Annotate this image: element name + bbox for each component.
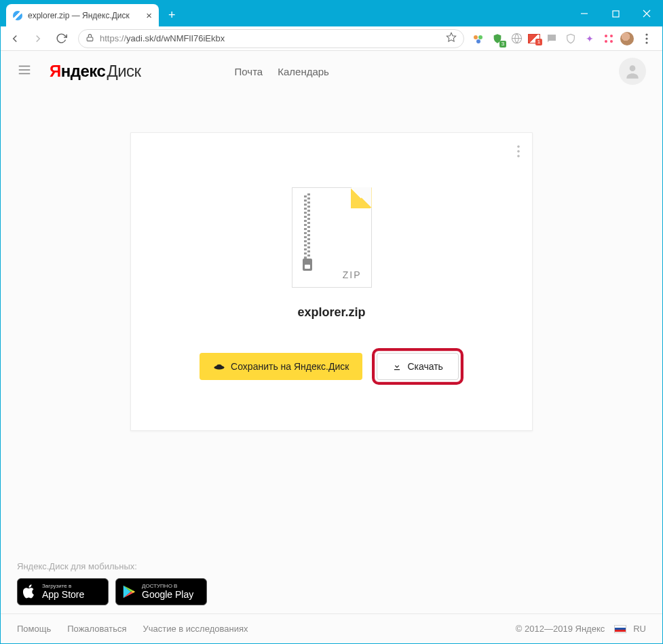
header-link-mail[interactable]: Почта xyxy=(235,66,263,77)
file-zip-icon: ZIP xyxy=(292,187,372,288)
nav-forward-button[interactable] xyxy=(28,29,48,49)
window-close-button[interactable] xyxy=(631,1,662,26)
apple-icon xyxy=(23,584,37,600)
yandex-disk-logo[interactable]: ЯндексДиск xyxy=(50,62,141,81)
svg-rect-1 xyxy=(613,11,619,17)
browser-tab[interactable]: explorer.zip — Яндекс.Диск × xyxy=(6,4,159,26)
url-text: https://yadi.sk/d/wNMFlI76iEkbx xyxy=(100,33,225,43)
profile-avatar-icon[interactable] xyxy=(620,32,634,45)
svg-point-6 xyxy=(474,35,478,39)
svg-point-20 xyxy=(630,65,636,71)
extension-gmail-icon[interactable] xyxy=(528,34,540,43)
card-menu-button[interactable] xyxy=(517,145,520,160)
footer-language-switch[interactable]: RU xyxy=(614,624,646,634)
appstore-small: Загрузите в xyxy=(42,584,84,589)
svg-point-11 xyxy=(610,35,613,37)
svg-point-21 xyxy=(517,145,520,148)
extension-shield2-icon[interactable] xyxy=(563,31,578,46)
ufo-icon xyxy=(213,362,225,371)
mobile-apps-block: Яндекс.Диск для мобильных: Загрузите в A… xyxy=(1,561,662,613)
nav-back-button[interactable] xyxy=(5,29,25,49)
googleplay-badge[interactable]: ДОСТУПНО В Google Play xyxy=(115,578,207,605)
file-card: ZIP explorer.zip Сохранить на Яндекс.Дис… xyxy=(130,132,533,431)
svg-point-25 xyxy=(216,364,222,368)
extension-chat-icon[interactable] xyxy=(544,31,559,46)
svg-point-10 xyxy=(605,35,607,37)
svg-rect-4 xyxy=(87,37,93,40)
gplay-big: Google Play xyxy=(142,589,193,601)
address-bar: https://yadi.sk/d/wNMFlI76iEkbx ✦ xyxy=(1,26,662,51)
svg-point-16 xyxy=(645,41,647,43)
footer-copyright: © 2012—2019 Яндекс xyxy=(516,624,605,634)
arrow-right-icon xyxy=(32,33,44,45)
download-button-label: Скачать xyxy=(407,361,443,372)
minimize-icon xyxy=(580,10,588,18)
save-button-label: Сохранить на Яндекс.Диск xyxy=(231,361,349,372)
tab-close-button[interactable]: × xyxy=(146,10,152,21)
extension-globe-icon[interactable] xyxy=(509,31,524,46)
footer-help-link[interactable]: Помощь xyxy=(17,624,51,634)
googleplay-icon xyxy=(121,584,136,599)
page-content: ЯндексДиск Почта Календарь xyxy=(1,51,662,643)
new-tab-button[interactable]: + xyxy=(159,4,185,26)
gplay-small: ДОСТУПНО В xyxy=(142,584,193,589)
svg-point-12 xyxy=(605,40,607,43)
svg-point-14 xyxy=(645,33,647,35)
button-row: Сохранить на Яндекс.Диск Скачать xyxy=(200,348,463,385)
footer-report-link[interactable]: Пожаловаться xyxy=(67,624,126,634)
extension-dots-icon[interactable] xyxy=(601,31,616,46)
svg-point-23 xyxy=(517,155,520,157)
save-to-disk-button[interactable]: Сохранить на Яндекс.Диск xyxy=(200,353,362,380)
file-type-label: ZIP xyxy=(343,269,362,280)
maximize-icon xyxy=(612,10,620,18)
window-controls xyxy=(569,1,662,26)
header-link-calendar[interactable]: Календарь xyxy=(278,66,329,77)
profile-button[interactable] xyxy=(619,58,646,85)
flag-ru-icon xyxy=(614,625,626,633)
footer-research-link[interactable]: Участие в исследованиях xyxy=(143,624,248,634)
extension-sparkle-icon[interactable]: ✦ xyxy=(582,31,597,46)
user-icon xyxy=(624,62,641,80)
browser-window: explorer.zip — Яндекс.Диск × + xyxy=(0,0,663,644)
nav-reload-button[interactable] xyxy=(51,29,71,49)
browser-menu-button[interactable] xyxy=(638,29,656,49)
download-icon xyxy=(392,362,402,371)
page-footer: Помощь Пожаловаться Участие в исследован… xyxy=(1,613,662,643)
window-minimize-button[interactable] xyxy=(569,1,600,26)
svg-point-7 xyxy=(478,35,482,39)
appstore-big: App Store xyxy=(42,589,84,601)
page-header: ЯндексДиск Почта Календарь xyxy=(1,51,662,92)
bookmark-star-icon[interactable] xyxy=(446,32,457,45)
window-maximize-button[interactable] xyxy=(600,1,631,26)
header-links: Почта Календарь xyxy=(235,66,329,77)
url-box[interactable]: https://yadi.sk/d/wNMFlI76iEkbx xyxy=(78,29,464,48)
svg-point-8 xyxy=(476,39,480,43)
svg-point-22 xyxy=(517,150,520,153)
extension-adblock-icon[interactable] xyxy=(490,31,505,46)
tab-favicon xyxy=(13,11,22,20)
arrow-left-icon xyxy=(9,33,21,45)
svg-point-15 xyxy=(645,37,647,39)
download-highlight: Скачать xyxy=(372,348,463,385)
svg-point-13 xyxy=(610,40,613,43)
appstore-badge[interactable]: Загрузите в App Store xyxy=(17,578,109,605)
svg-marker-5 xyxy=(447,33,455,41)
close-icon xyxy=(643,10,651,18)
mobile-caption: Яндекс.Диск для мобильных: xyxy=(17,561,646,571)
extension-icon-1[interactable] xyxy=(471,31,486,46)
reload-icon xyxy=(56,33,67,44)
extensions-row: ✦ xyxy=(471,29,658,49)
card-area: ZIP explorer.zip Сохранить на Яндекс.Дис… xyxy=(1,92,662,561)
file-name: explorer.zip xyxy=(297,305,365,320)
titlebar: explorer.zip — Яндекс.Диск × + xyxy=(1,1,662,26)
menu-hamburger-button[interactable] xyxy=(17,62,32,80)
download-button[interactable]: Скачать xyxy=(377,353,459,380)
tab-title: explorer.zip — Яндекс.Диск xyxy=(28,11,130,20)
lock-icon xyxy=(86,33,94,44)
